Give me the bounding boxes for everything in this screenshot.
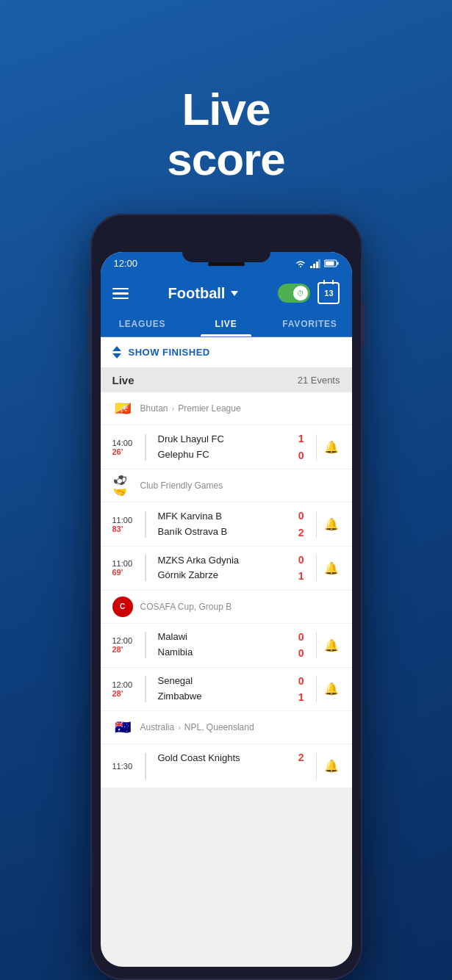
scores-section: 1 0 [298, 430, 304, 464]
app-header: Football ⏱ 13 [101, 275, 352, 311]
speaker [208, 262, 245, 266]
sort-down-icon [112, 353, 121, 359]
notification-bell[interactable]: 🔔 [323, 516, 340, 533]
sort-icon [112, 346, 121, 359]
score2: 2 [298, 525, 304, 541]
match-minute: 26' [112, 447, 139, 456]
scores-section: 0 1 [298, 552, 304, 585]
league-arrow: › [178, 723, 181, 732]
match-time: 11:00 [112, 516, 139, 525]
team1-name: Malawi [158, 630, 287, 645]
live-events-count: 21 Events [298, 375, 340, 386]
phone-screen: 12:00 [101, 252, 352, 967]
score-divider [316, 632, 317, 658]
calendar-icon[interactable]: 13 [318, 282, 340, 304]
score1: 1 [298, 430, 304, 447]
volume-down-button [88, 324, 90, 353]
match-time-section: 12:00 28' [112, 636, 139, 654]
score-divider [316, 753, 317, 779]
notification-bell[interactable]: 🔔 [323, 680, 340, 698]
power-button [362, 302, 365, 346]
league-row-bhutan[interactable]: 🇧🇹 Bhutan › Premier League [101, 392, 352, 425]
hero-section: Live score [167, 40, 284, 184]
scores-section: 0 1 [298, 673, 304, 706]
divider [145, 632, 146, 658]
tab-favorites[interactable]: FAVORITES [268, 311, 352, 336]
header-icons: ⏱ 13 [278, 282, 340, 304]
score2: 0 [298, 447, 304, 464]
table-row[interactable]: 11:30 Gold Coast Knights 2 🔔 [101, 744, 352, 788]
friendly-icon: ⚽🤝 [112, 475, 133, 496]
table-row[interactable]: 14:00 26' Druk Lhayul FC Gelephu FC 1 0 … [101, 425, 352, 469]
match-minute: 83' [112, 525, 139, 533]
match-time-section: 11:30 [112, 762, 139, 771]
score2: 0 [298, 645, 304, 661]
match-time: 12:00 [112, 680, 139, 689]
notification-bell[interactable]: 🔔 [323, 757, 340, 775]
divider [145, 753, 146, 779]
league-row-friendly[interactable]: ⚽🤝 Club Friendly Games [101, 469, 352, 502]
cosafa-league-name: COSAFA Cup, Group B [140, 602, 232, 612]
sport-dropdown-arrow [231, 291, 238, 296]
australia-logo: 🇦🇺 [112, 717, 133, 738]
score1: 0 [298, 673, 304, 689]
score1: 0 [298, 508, 304, 524]
notch [182, 252, 270, 262]
teams-section: MFK Karvina B Baník Ostrava B [152, 509, 293, 540]
clock-icon: ⏱ [293, 287, 307, 300]
table-row[interactable]: 11:00 83' MFK Karvina B Baník Ostrava B … [101, 502, 352, 547]
notification-bell[interactable]: 🔔 [323, 559, 340, 577]
nav-tabs: LEAGUES LIVE FAVORITES [101, 311, 352, 337]
show-finished-bar[interactable]: SHOW FINISHED [101, 337, 352, 368]
match-time: 11:30 [112, 762, 139, 771]
match-time-section: 14:00 26' [112, 439, 139, 456]
team1-name: MFK Karvina B [158, 509, 287, 525]
svg-rect-2 [316, 262, 318, 268]
table-row[interactable]: 12:00 28' Malawi Namibia 0 0 🔔 [101, 624, 352, 668]
teams-section: Malawi Namibia [152, 630, 293, 660]
match-time: 14:00 [112, 439, 139, 447]
match-minute: 69' [112, 568, 139, 577]
hamburger-menu[interactable] [112, 288, 129, 300]
score-divider [316, 511, 317, 538]
status-icons [295, 259, 339, 268]
league-row-australia[interactable]: 🇦🇺 Australia › NPL, Queensland [101, 711, 352, 744]
table-row[interactable]: 12:00 28' Senegal Zimbabwe 0 1 🔔 [101, 668, 352, 712]
divider [145, 511, 146, 538]
svg-rect-6 [325, 262, 334, 266]
match-time: 11:00 [112, 559, 139, 568]
app-title-section[interactable]: Football [168, 285, 239, 302]
live-section-title: Live [112, 374, 134, 386]
divider [145, 555, 146, 581]
live-toggle[interactable]: ⏱ [278, 284, 310, 303]
score2 [300, 766, 303, 782]
australia-league-name: Australia › NPL, Queensland [140, 722, 254, 732]
tab-leagues[interactable]: LEAGUES [101, 311, 184, 336]
bhutan-league-name: Bhutan › Premier League [140, 403, 241, 414]
show-finished-label: SHOW FINISHED [129, 347, 210, 358]
team2-name: Gelephu FC [158, 447, 287, 463]
notification-bell[interactable]: 🔔 [323, 439, 340, 456]
scores-section: 0 2 [298, 508, 304, 541]
team1-name: Senegal [158, 674, 287, 689]
teams-section: Druk Lhayul FC Gelephu FC [152, 432, 293, 463]
volume-up-button [88, 287, 90, 317]
score1: 0 [298, 552, 304, 568]
phone-mockup: 12:00 [90, 214, 362, 980]
status-time: 12:00 [114, 258, 138, 269]
league-row-cosafa[interactable]: C COSAFA Cup, Group B [101, 591, 352, 624]
svg-rect-1 [313, 264, 315, 268]
app-title: Football [168, 285, 226, 302]
notification-bell[interactable]: 🔔 [323, 636, 340, 654]
content-area: Live 21 Events 🇧🇹 Bhutan › Premier Leagu… [101, 368, 352, 788]
teams-section: Senegal Zimbabwe [152, 674, 293, 705]
team1-name: Druk Lhayul FC [158, 432, 287, 447]
table-row[interactable]: 11:00 69' MZKS Arka Gdynia Górnik Zabrze… [101, 547, 352, 591]
bhutan-flag: 🇧🇹 [112, 398, 133, 419]
team2-name: Baník Ostrava B [158, 525, 287, 540]
match-minute: 28' [112, 689, 139, 698]
match-time-section: 12:00 28' [112, 680, 139, 698]
hero-title: Live score [167, 84, 284, 184]
tab-live[interactable]: LIVE [184, 311, 268, 336]
score2: 1 [298, 568, 304, 584]
